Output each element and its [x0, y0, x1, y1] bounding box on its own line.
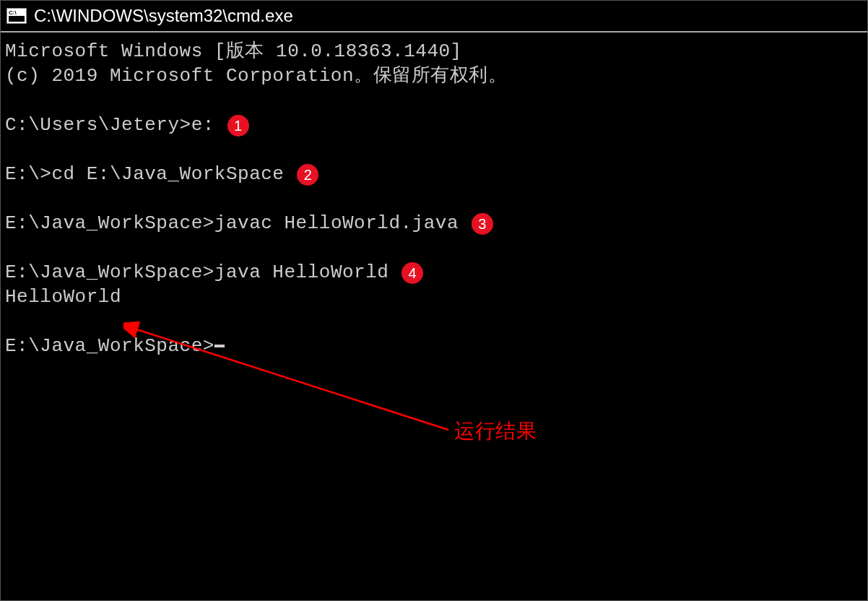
output-line: HelloWorld	[5, 285, 863, 310]
prompt-text: E:\Java_WorkSpace>	[5, 212, 214, 236]
cmd-window: C:\WINDOWS\system32\cmd.exe Microsoft Wi…	[0, 0, 868, 601]
prompt-line-4: E:\Java_WorkSpace>java HelloWorld 4	[5, 261, 863, 285]
prompt-line-2: E:\>cd E:\Java_WorkSpace 2	[5, 163, 863, 187]
prompt-line-3: E:\Java_WorkSpace>javac HelloWorld.java …	[5, 212, 863, 236]
final-prompt-line: E:\Java_WorkSpace>	[5, 334, 863, 359]
command-text: e:	[191, 113, 214, 138]
command-text: cd E:\Java_WorkSpace	[51, 163, 284, 187]
step-badge-1: 1	[227, 115, 249, 137]
version-line: Microsoft Windows [版本 10.0.18363.1440]	[5, 40, 863, 64]
step-badge-4: 4	[402, 262, 423, 284]
command-text: java HelloWorld	[214, 261, 389, 285]
blank-line	[5, 187, 863, 212]
step-badge-3: 3	[472, 213, 493, 235]
cursor	[214, 345, 225, 347]
titlebar[interactable]: C:\WINDOWS\system32\cmd.exe	[1, 1, 867, 33]
copyright-line: (c) 2019 Microsoft Corporation。保留所有权利。	[5, 64, 863, 89]
prompt-text: E:\>	[5, 163, 51, 187]
blank-line	[5, 236, 863, 261]
step-badge-2: 2	[297, 164, 318, 186]
prompt-text: C:\Users\Jetery>	[5, 113, 191, 138]
command-text: javac HelloWorld.java	[214, 212, 459, 236]
blank-line	[5, 89, 863, 113]
annotation-label: 运行结果	[454, 418, 537, 444]
blank-line	[5, 310, 863, 334]
prompt-text: E:\Java_WorkSpace>	[5, 261, 214, 285]
blank-line	[5, 138, 863, 163]
prompt-text: E:\Java_WorkSpace>	[5, 334, 214, 359]
prompt-line-1: C:\Users\Jetery>e: 1	[5, 113, 863, 138]
window-title: C:\WINDOWS\system32\cmd.exe	[34, 6, 293, 26]
cmd-icon	[6, 8, 27, 24]
terminal-body[interactable]: Microsoft Windows [版本 10.0.18363.1440] (…	[1, 33, 867, 366]
